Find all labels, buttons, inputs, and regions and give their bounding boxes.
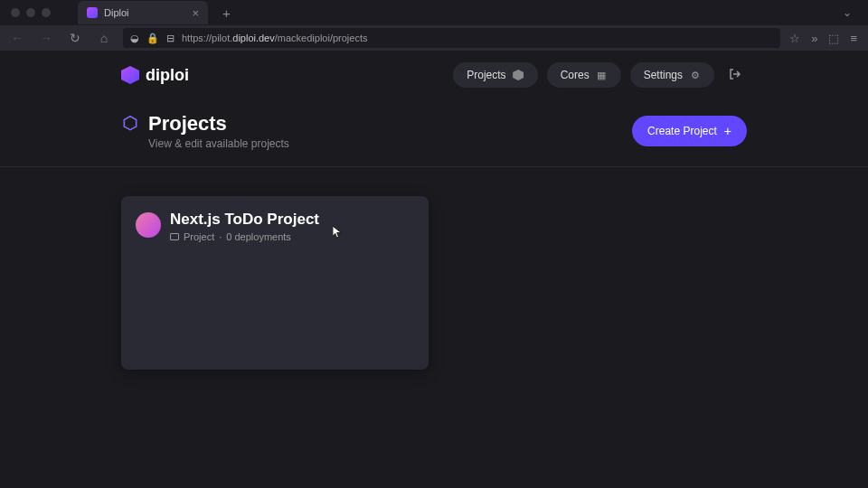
- overflow-button[interactable]: »: [811, 32, 817, 45]
- app-content: diploi Projects Cores ▦ Settings ⚙: [0, 51, 868, 488]
- nav-settings[interactable]: Settings ⚙: [630, 62, 714, 88]
- cursor-icon: [333, 226, 343, 239]
- folder-icon: [170, 233, 179, 240]
- reload-button[interactable]: ↻: [65, 28, 85, 48]
- nav-cores[interactable]: Cores ▦: [547, 62, 621, 88]
- shield-icon: ◒: [130, 33, 139, 44]
- project-meta: Project · 0 deployments: [170, 231, 319, 242]
- close-window-button[interactable]: [11, 8, 20, 17]
- tab-favicon-icon: [87, 7, 98, 18]
- tab-bar: Diploi × + ⌄: [0, 0, 868, 25]
- url-text: https://pilot.diploi.dev/mackediploi/pro…: [182, 33, 367, 43]
- logo-text: diploi: [146, 66, 189, 85]
- cube-icon: [513, 70, 524, 81]
- chip-icon: ▦: [596, 70, 608, 81]
- page-subtitle: View & edit available projects: [148, 137, 289, 150]
- tab-list-dropdown[interactable]: ⌄: [843, 6, 852, 19]
- url-field[interactable]: ◒ 🔒 ⊟ https://pilot.diploi.dev/mackedipl…: [123, 28, 780, 48]
- create-project-button[interactable]: Create Project +: [632, 116, 747, 146]
- page-title: Projects: [148, 112, 289, 136]
- project-logo-icon: [136, 212, 161, 238]
- projects-icon: [121, 115, 139, 133]
- home-button[interactable]: ⌂: [94, 28, 114, 48]
- window-controls: [0, 8, 61, 17]
- forward-button[interactable]: →: [36, 28, 56, 48]
- extensions-button[interactable]: ⬚: [828, 32, 839, 45]
- lock-icon: 🔒: [146, 33, 159, 44]
- logout-button[interactable]: [723, 62, 747, 89]
- back-button[interactable]: ←: [7, 28, 27, 48]
- gear-icon: ⚙: [689, 70, 701, 81]
- close-tab-button[interactable]: ×: [192, 6, 199, 20]
- page-header: Projects View & edit available projects …: [0, 99, 868, 167]
- plus-icon: +: [724, 124, 731, 138]
- menu-button[interactable]: ≡: [850, 32, 857, 45]
- permissions-icon: ⊟: [166, 33, 175, 44]
- maximize-window-button[interactable]: [42, 8, 51, 17]
- top-navigation: diploi Projects Cores ▦ Settings ⚙: [0, 51, 868, 99]
- bookmark-button[interactable]: ☆: [789, 32, 800, 45]
- logo-icon: [121, 66, 139, 84]
- browser-tab[interactable]: Diploi ×: [78, 1, 208, 24]
- minimize-window-button[interactable]: [26, 8, 35, 17]
- address-bar: ← → ↻ ⌂ ◒ 🔒 ⊟ https://pilot.diploi.dev/m…: [0, 25, 868, 51]
- nav-projects[interactable]: Projects: [453, 62, 537, 88]
- nav-links: Projects Cores ▦ Settings ⚙: [453, 62, 747, 89]
- logo[interactable]: diploi: [121, 66, 189, 85]
- tab-title: Diploi: [104, 7, 185, 18]
- browser-chrome: Diploi × + ⌄ ← → ↻ ⌂ ◒ 🔒 ⊟ https://pilot…: [0, 0, 868, 51]
- project-card[interactable]: Next.js ToDo Project Project · 0 deploym…: [121, 196, 429, 370]
- new-tab-button[interactable]: +: [217, 4, 236, 23]
- project-name: Next.js ToDo Project: [170, 211, 319, 229]
- content-area: Next.js ToDo Project Project · 0 deploym…: [0, 167, 868, 399]
